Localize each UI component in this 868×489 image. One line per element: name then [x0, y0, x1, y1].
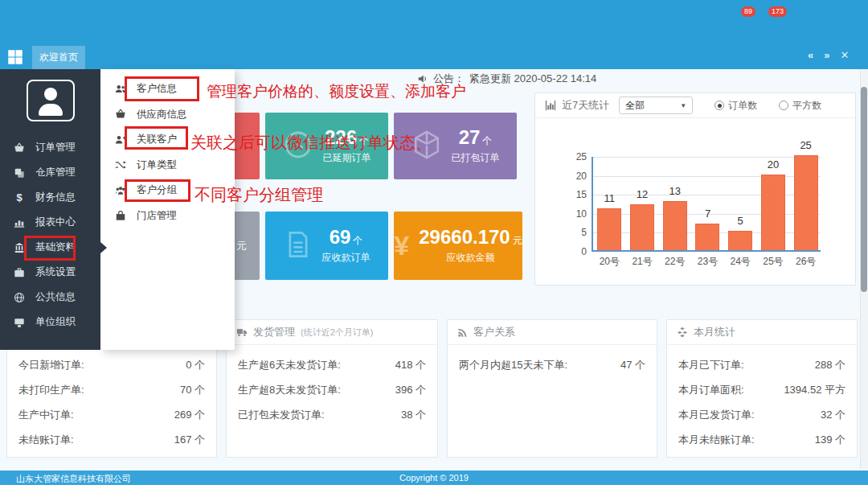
sidebar-item-warehouse[interactable]: 仓库管理	[0, 160, 100, 185]
submenu-basic-data: 客户信息 供应商信息 关联客户 订单类型 客户分组 门店管理	[100, 69, 235, 350]
tabs-scroll-left-icon[interactable]: «	[808, 49, 813, 61]
sidebar-item-organization[interactable]: 单位组织	[0, 310, 100, 335]
scrollbar-thumb[interactable]	[861, 87, 867, 292]
highlight-box-linked-customers	[125, 126, 188, 150]
chart-bar-value: 7	[691, 208, 724, 220]
card-receivable-orders[interactable]: 69个 应收款订单	[265, 212, 388, 280]
annotation-linked-customers: 关联之后可以微信推送订单状态、	[190, 132, 432, 154]
annotation-customer-info: 管理客户价格的、额度设置、添加客户	[207, 81, 466, 102]
sidebar-item-finance[interactable]: $ 财务信息	[0, 185, 100, 210]
tabs-scroll-right-icon[interactable]: »	[824, 49, 829, 61]
chart-x-tick: 21号	[626, 255, 659, 269]
chart-y-tick: 0	[581, 246, 587, 257]
submenu-item-order-type[interactable]: 订单类型	[100, 153, 235, 179]
footer: 山东大管家信息科技有限公司 Copyright © 2019	[0, 471, 868, 485]
chart-icon	[14, 217, 25, 228]
basket-icon	[14, 142, 25, 154]
sidebar-item-settings[interactable]: 系统设置	[0, 260, 100, 285]
chart-x-tick: 25号	[757, 255, 790, 269]
radio-unselected-icon	[779, 101, 788, 110]
sidebar-item-public-info[interactable]: 公共信息	[0, 285, 100, 310]
sidebar: 订单管理 仓库管理 $ 财务信息 报表中心 基础资料 系统设置	[0, 69, 100, 350]
chart-x-tick: 20号	[593, 255, 626, 269]
panel-customer-relations: 客户关系 两个月内超15天未下单:47 个	[447, 319, 657, 458]
tab-bar	[0, 46, 868, 69]
stat-row: 未结账订单:167 个	[7, 427, 216, 452]
stat-row: 已打包未发货订单:38 个	[227, 402, 437, 427]
yen-icon: ¥	[394, 230, 409, 261]
document-icon	[284, 230, 313, 262]
chart-bar-value: 25	[789, 139, 822, 151]
rss-icon	[457, 327, 468, 338]
chart-bar-value: 12	[626, 188, 659, 200]
sidebar-item-orders[interactable]: 订单管理	[0, 135, 100, 160]
chart-bar-slot: 1221号	[626, 157, 659, 250]
chart-y-tick: 5	[581, 227, 587, 238]
chart-y-tick: 15	[576, 189, 587, 200]
user-badge: 173	[768, 6, 787, 17]
start-menu-icon[interactable]	[7, 49, 25, 67]
select-caret-icon: ▼	[680, 102, 686, 109]
stat-row: 生产中订单:269 个	[7, 402, 216, 427]
chart-x-tick: 26号	[789, 255, 822, 269]
stat-row: 生产超8天未发货订单:396 个	[227, 377, 437, 402]
chart-x-tick: 23号	[691, 255, 724, 269]
chart-bar	[695, 224, 719, 250]
stat-row: 未打印生产单:70 个	[7, 377, 216, 402]
packed-count: 27	[459, 126, 481, 148]
chart-bar-slot: 2025号	[757, 157, 790, 250]
chart-bar	[597, 208, 621, 250]
receivable-amount-value: 29660.170	[419, 226, 510, 248]
packed-label: 已打包订单	[452, 151, 500, 165]
panel-shipping: 发货管理 (统计近2个月订单) 生产超6天未发货订单:418 个 生产超8天未发…	[226, 319, 438, 458]
card-receivable-amount[interactable]: ¥ 29660.170元 应收款金额	[394, 212, 522, 280]
organization-icon	[14, 317, 25, 328]
chart-bar-slot: 1120号	[593, 157, 626, 250]
globe-icon	[14, 292, 25, 303]
chart-bar	[630, 204, 654, 250]
store-bag-icon	[115, 210, 126, 221]
warehouse-icon	[14, 167, 25, 179]
close-tabs-icon[interactable]: ✕	[840, 49, 849, 61]
panel-month-title: 本月统计	[694, 325, 735, 339]
radio-order-count[interactable]: 订单数	[714, 99, 757, 113]
top-bar	[0, 0, 868, 46]
panel-customer-title: 客户关系	[473, 325, 515, 339]
chart-bar-value: 13	[658, 185, 691, 197]
order-type-icon	[115, 159, 126, 171]
building-icon	[14, 242, 25, 253]
chart-bar-slot: 2526号	[789, 157, 822, 250]
chart-title: 近7天统计	[562, 98, 609, 113]
sidebar-item-reports[interactable]: 报表中心	[0, 210, 100, 235]
announcement-text: 紧急更新 2020-05-22 14:14	[469, 72, 596, 86]
chart-bar	[728, 231, 752, 250]
supplier-basket-icon	[115, 109, 126, 120]
stat-row: 生产超6天未发货订单:418 个	[227, 352, 437, 377]
chart-bar-value: 20	[757, 158, 790, 171]
chart-bar-value: 5	[724, 215, 757, 227]
radio-square-count[interactable]: 平方数	[779, 99, 821, 113]
chart-bar-slot: 1322号	[658, 157, 691, 250]
bell-badge: 89	[741, 6, 755, 17]
chart-bar	[794, 155, 818, 250]
tab-welcome-home[interactable]: 欢迎首页	[32, 46, 85, 69]
submenu-item-supplier-info[interactable]: 供应商信息	[100, 102, 235, 128]
gray-card-unit: 元	[236, 239, 247, 253]
submenu-item-store-management[interactable]: 门店管理	[100, 203, 235, 229]
chart-filter-select[interactable]: 全部 ▼	[619, 97, 693, 114]
chart-bar-value: 11	[593, 192, 626, 204]
panel-month-stats: 本月统计 本月已下订单:288 个 本月订单面积:1394.52 平方 本月已发…	[666, 319, 858, 458]
annotation-customer-groups: 不同客户分组管理	[194, 184, 323, 206]
truck-icon	[236, 327, 248, 338]
footer-copyright: Copyright © 2019	[0, 473, 868, 483]
chart-y-tick: 20	[576, 171, 587, 182]
stat-row: 本月已发货订单:32 个	[667, 402, 857, 427]
chart-plot: 05101520251120号1221号1322号723号524号2025号25…	[592, 157, 821, 252]
chart-bar	[761, 175, 785, 250]
panel-shipping-subtitle: (统计近2个月订单)	[301, 327, 373, 339]
dollar-icon: $	[14, 191, 25, 203]
radio-selected-icon	[714, 101, 724, 110]
chart-bar-slot: 524号	[724, 157, 757, 250]
chart-y-tick: 25	[576, 151, 587, 162]
stat-row: 两个月内超15天未下单:47 个	[448, 352, 657, 377]
